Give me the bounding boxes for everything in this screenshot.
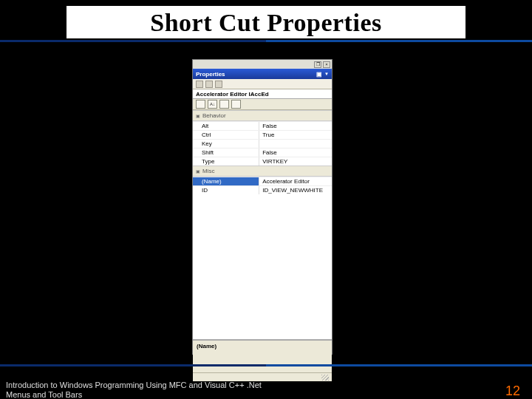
accent-divider-bottom [0,364,532,366]
grid-empty-area [193,194,332,339]
property-pages-button[interactable] [219,100,229,109]
properties-header-title: Properties [196,71,225,78]
property-row-selected[interactable]: (Name) Accelerator Editor [193,177,332,185]
slide-footer: Introduction to Windows Programming Usin… [6,381,262,400]
property-row[interactable]: ID ID_VIEW_NEWWHITE [193,185,332,194]
resize-grip-icon[interactable] [321,375,329,381]
property-value[interactable]: VIRTKEY [259,157,332,166]
collapse-icon: ▣ [196,113,200,118]
property-value[interactable]: False [259,149,332,157]
restore-button[interactable]: ❐ [314,61,321,68]
object-selector-text: Accelerator Editor IAccEd [196,91,269,98]
properties-grid: ▣ Behavior Alt False Ctrl True Key Shift… [193,110,332,340]
description-title: (Name) [197,343,328,349]
property-row[interactable]: Alt False [193,121,332,130]
group-label: Behavior [202,112,226,119]
properties-mode-toolbar: A↓ [193,99,332,110]
property-value[interactable]: Accelerator Editor [259,177,332,185]
property-row[interactable]: Ctrl True [193,130,332,139]
collapse-icon: ▣ [196,168,200,174]
group-behavior[interactable]: ▣ Behavior [193,110,332,121]
property-row[interactable]: Shift False [193,148,332,157]
header-dropdown-icon[interactable]: ▼ [324,72,329,76]
property-row[interactable]: Key [193,139,332,148]
properties-top-toolbar [193,79,332,89]
property-value[interactable]: ID_VIEW_NEWWHITE [259,186,332,194]
property-row[interactable]: Type VIRTKEY [193,157,332,166]
window-titlebar: ❐ × [193,60,332,69]
group-misc[interactable]: ▣ Misc [193,166,332,177]
properties-window: ❐ × Properties ▣ ▼ Accelerator Editor IA… [192,59,332,355]
toolbar-icon[interactable] [196,81,203,88]
property-key: Alt [193,122,259,130]
toolbar-icon[interactable] [215,81,222,88]
page-number: 12 [505,383,520,399]
footer-line1: Introduction to Windows Programming Usin… [6,381,262,391]
footer-line2: Menus and Tool Bars [6,390,262,399]
properties-header: Properties ▣ ▼ [193,69,332,79]
property-key: Type [193,157,259,166]
property-key: Ctrl [193,131,259,139]
property-value[interactable] [259,140,332,148]
toolbar-icon[interactable] [205,81,213,88]
property-key: ID [193,186,259,194]
close-button[interactable]: × [323,61,330,68]
property-value[interactable]: True [259,131,332,139]
object-selector[interactable]: Accelerator Editor IAccEd [193,89,332,99]
events-button[interactable] [231,100,241,109]
description-pane: (Name) [193,340,332,372]
group-label: Misc [202,168,214,174]
slide-title: Short Cut Properties [66,6,466,38]
categorized-button[interactable] [196,100,205,109]
property-key: (Name) [193,177,259,185]
accent-divider-top [0,40,532,42]
property-value[interactable]: False [259,122,332,130]
property-key: Shift [193,149,259,157]
property-key: Key [193,140,259,148]
pin-icon[interactable]: ▣ [316,71,322,78]
alphabetical-button[interactable]: A↓ [208,100,217,109]
